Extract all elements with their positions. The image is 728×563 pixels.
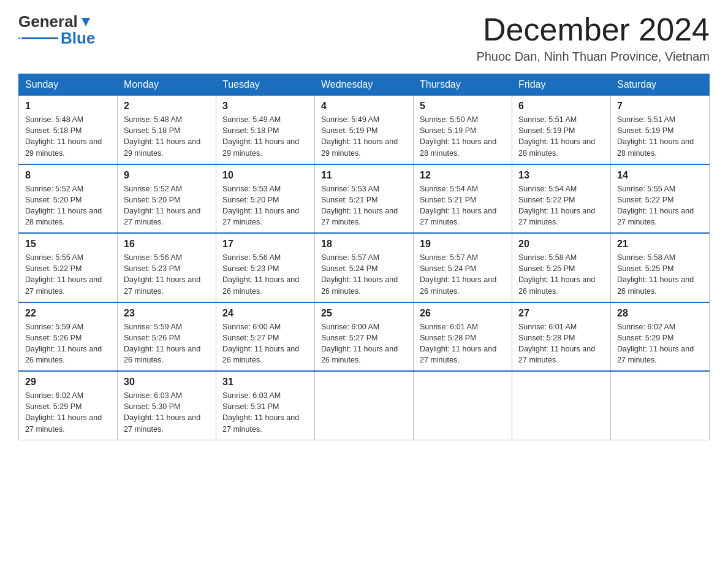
day-number: 28 (617, 308, 703, 319)
calendar-cell: 26 Sunrise: 6:01 AM Sunset: 5:28 PM Dayl… (414, 302, 512, 372)
logo-triangle-icon (79, 15, 93, 29)
day-number: 8 (25, 170, 111, 181)
day-number: 21 (617, 239, 703, 250)
day-info: Sunrise: 5:52 AM Sunset: 5:20 PM Dayligh… (124, 183, 210, 228)
calendar-cell: 17 Sunrise: 5:56 AM Sunset: 5:23 PM Dayl… (216, 233, 315, 302)
day-info: Sunrise: 5:50 AM Sunset: 5:19 PM Dayligh… (420, 114, 506, 159)
calendar-cell: 23 Sunrise: 5:59 AM Sunset: 5:26 PM Dayl… (118, 302, 216, 372)
page-header: General Blue December 2024 Phuoc Dan, Ni… (18, 12, 710, 64)
calendar-cell: 3 Sunrise: 5:49 AM Sunset: 5:18 PM Dayli… (216, 96, 315, 164)
calendar-cell: 8 Sunrise: 5:52 AM Sunset: 5:20 PM Dayli… (19, 164, 118, 234)
calendar-cell (512, 371, 611, 440)
logo: General Blue (18, 12, 95, 48)
day-number: 20 (518, 239, 604, 250)
day-info: Sunrise: 6:03 AM Sunset: 5:31 PM Dayligh… (222, 390, 308, 435)
day-info: Sunrise: 5:56 AM Sunset: 5:23 PM Dayligh… (124, 252, 210, 297)
calendar-cell (611, 371, 710, 440)
day-info: Sunrise: 5:49 AM Sunset: 5:18 PM Dayligh… (222, 114, 308, 159)
calendar-cell: 5 Sunrise: 5:50 AM Sunset: 5:19 PM Dayli… (414, 96, 512, 164)
day-info: Sunrise: 5:51 AM Sunset: 5:19 PM Dayligh… (617, 114, 703, 159)
calendar-cell: 29 Sunrise: 6:02 AM Sunset: 5:29 PM Dayl… (19, 371, 118, 440)
day-number: 29 (25, 377, 111, 388)
col-monday: Monday (118, 74, 216, 96)
calendar-week-row: 15 Sunrise: 5:55 AM Sunset: 5:22 PM Dayl… (19, 233, 710, 302)
day-info: Sunrise: 5:56 AM Sunset: 5:23 PM Dayligh… (222, 252, 308, 297)
day-info: Sunrise: 5:58 AM Sunset: 5:25 PM Dayligh… (617, 252, 703, 297)
calendar-cell: 14 Sunrise: 5:55 AM Sunset: 5:22 PM Dayl… (611, 164, 710, 234)
title-block: December 2024 Phuoc Dan, Ninh Thuan Prov… (476, 12, 710, 64)
day-info: Sunrise: 5:53 AM Sunset: 5:21 PM Dayligh… (321, 183, 407, 228)
day-number: 3 (222, 101, 308, 112)
calendar-cell: 21 Sunrise: 5:58 AM Sunset: 5:25 PM Dayl… (611, 233, 710, 302)
day-number: 13 (518, 170, 604, 181)
day-info: Sunrise: 5:58 AM Sunset: 5:25 PM Dayligh… (518, 252, 604, 297)
day-number: 9 (124, 170, 210, 181)
calendar-cell: 20 Sunrise: 5:58 AM Sunset: 5:25 PM Dayl… (512, 233, 611, 302)
day-number: 18 (321, 239, 407, 250)
month-title: December 2024 (476, 12, 710, 47)
day-info: Sunrise: 6:00 AM Sunset: 5:27 PM Dayligh… (222, 321, 308, 366)
calendar-week-row: 29 Sunrise: 6:02 AM Sunset: 5:29 PM Dayl… (19, 371, 710, 440)
svg-marker-0 (82, 18, 90, 26)
calendar-week-row: 8 Sunrise: 5:52 AM Sunset: 5:20 PM Dayli… (19, 164, 710, 234)
day-number: 16 (124, 239, 210, 250)
calendar-cell: 10 Sunrise: 5:53 AM Sunset: 5:20 PM Dayl… (216, 164, 315, 234)
col-saturday: Saturday (611, 74, 710, 96)
day-info: Sunrise: 5:52 AM Sunset: 5:20 PM Dayligh… (25, 183, 111, 228)
calendar-cell: 1 Sunrise: 5:48 AM Sunset: 5:18 PM Dayli… (19, 96, 118, 164)
day-number: 17 (222, 239, 308, 250)
day-number: 7 (617, 101, 703, 112)
day-info: Sunrise: 6:02 AM Sunset: 5:29 PM Dayligh… (25, 390, 111, 435)
day-info: Sunrise: 5:49 AM Sunset: 5:19 PM Dayligh… (321, 114, 407, 159)
calendar-cell: 15 Sunrise: 5:55 AM Sunset: 5:22 PM Dayl… (19, 233, 118, 302)
calendar-cell: 4 Sunrise: 5:49 AM Sunset: 5:19 PM Dayli… (315, 96, 414, 164)
col-friday: Friday (512, 74, 611, 96)
calendar-cell (414, 371, 512, 440)
calendar-cell: 6 Sunrise: 5:51 AM Sunset: 5:19 PM Dayli… (512, 96, 611, 164)
calendar-cell: 24 Sunrise: 6:00 AM Sunset: 5:27 PM Dayl… (216, 302, 315, 372)
day-number: 23 (124, 308, 210, 319)
calendar-cell: 18 Sunrise: 5:57 AM Sunset: 5:24 PM Dayl… (315, 233, 414, 302)
day-number: 26 (420, 308, 506, 319)
day-number: 31 (222, 377, 308, 388)
calendar-cell: 12 Sunrise: 5:54 AM Sunset: 5:21 PM Dayl… (414, 164, 512, 234)
calendar-cell: 27 Sunrise: 6:01 AM Sunset: 5:28 PM Dayl… (512, 302, 611, 372)
day-info: Sunrise: 5:48 AM Sunset: 5:18 PM Dayligh… (124, 114, 210, 159)
day-number: 10 (222, 170, 308, 181)
day-info: Sunrise: 6:03 AM Sunset: 5:30 PM Dayligh… (124, 390, 210, 435)
day-number: 14 (617, 170, 703, 181)
day-info: Sunrise: 6:01 AM Sunset: 5:28 PM Dayligh… (420, 321, 506, 366)
day-number: 11 (321, 170, 407, 181)
calendar-cell: 7 Sunrise: 5:51 AM Sunset: 5:19 PM Dayli… (611, 96, 710, 164)
day-number: 6 (518, 101, 604, 112)
day-number: 5 (420, 101, 506, 112)
calendar-cell: 13 Sunrise: 5:54 AM Sunset: 5:22 PM Dayl… (512, 164, 611, 234)
calendar-week-row: 22 Sunrise: 5:59 AM Sunset: 5:26 PM Dayl… (19, 302, 710, 372)
day-info: Sunrise: 6:00 AM Sunset: 5:27 PM Dayligh… (321, 321, 407, 366)
calendar-cell: 22 Sunrise: 5:59 AM Sunset: 5:26 PM Dayl… (19, 302, 118, 372)
day-number: 24 (222, 308, 308, 319)
col-tuesday: Tuesday (216, 74, 315, 96)
calendar-cell: 11 Sunrise: 5:53 AM Sunset: 5:21 PM Dayl… (315, 164, 414, 234)
day-number: 22 (25, 308, 111, 319)
day-info: Sunrise: 5:51 AM Sunset: 5:19 PM Dayligh… (518, 114, 604, 159)
day-info: Sunrise: 6:02 AM Sunset: 5:29 PM Dayligh… (617, 321, 703, 366)
col-thursday: Thursday (414, 74, 512, 96)
calendar-cell: 9 Sunrise: 5:52 AM Sunset: 5:20 PM Dayli… (118, 164, 216, 234)
day-number: 15 (25, 239, 111, 250)
col-sunday: Sunday (19, 74, 118, 96)
day-info: Sunrise: 5:55 AM Sunset: 5:22 PM Dayligh… (25, 252, 111, 297)
day-number: 30 (124, 377, 210, 388)
col-wednesday: Wednesday (315, 74, 414, 96)
calendar-cell: 16 Sunrise: 5:56 AM Sunset: 5:23 PM Dayl… (118, 233, 216, 302)
day-number: 25 (321, 308, 407, 319)
day-info: Sunrise: 6:01 AM Sunset: 5:28 PM Dayligh… (518, 321, 604, 366)
day-number: 27 (518, 308, 604, 319)
calendar-week-row: 1 Sunrise: 5:48 AM Sunset: 5:18 PM Dayli… (19, 96, 710, 164)
day-info: Sunrise: 5:53 AM Sunset: 5:20 PM Dayligh… (222, 183, 308, 228)
calendar-cell: 2 Sunrise: 5:48 AM Sunset: 5:18 PM Dayli… (118, 96, 216, 164)
day-info: Sunrise: 5:54 AM Sunset: 5:21 PM Dayligh… (420, 183, 506, 228)
day-number: 2 (124, 101, 210, 112)
location-text: Phuoc Dan, Ninh Thuan Province, Vietnam (476, 50, 710, 64)
day-info: Sunrise: 5:57 AM Sunset: 5:24 PM Dayligh… (420, 252, 506, 297)
